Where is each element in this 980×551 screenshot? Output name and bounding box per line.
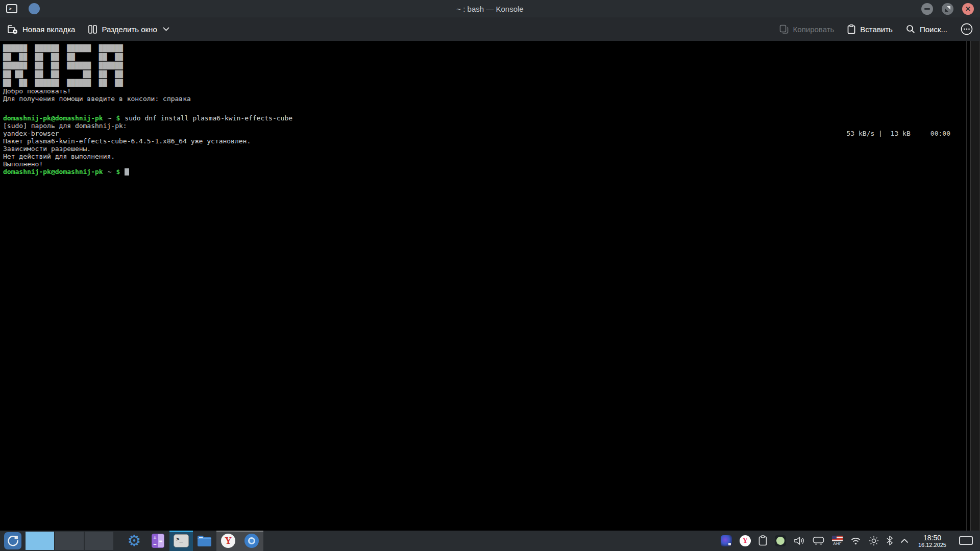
terminal-cursor: [125, 168, 129, 176]
maximize-icon: [944, 6, 951, 12]
show-desktop-button[interactable]: [959, 536, 973, 545]
window-titlebar[interactable]: >_ ~ : bash — Konsole ✕: [0, 0, 980, 17]
clipboard-icon[interactable]: [758, 535, 767, 546]
desktop-3[interactable]: [85, 532, 113, 550]
terminal-scrollbar[interactable]: [966, 41, 980, 531]
konsole-window-icon: >_: [6, 4, 17, 13]
us-flag-icon: [832, 536, 843, 541]
terminal-prompt-glyph: >_: [9, 7, 15, 11]
minimize-button[interactable]: [921, 3, 933, 15]
paste-button[interactable]: Вставить: [847, 24, 893, 34]
help-line: Для получения помощи введите в консоли: …: [3, 95, 980, 103]
app-launcher-button[interactable]: [4, 532, 21, 549]
digital-clock[interactable]: 18:50 16.12.2025: [918, 534, 946, 548]
minimize-icon: [924, 8, 930, 10]
clock-time: 18:50: [918, 534, 946, 542]
recording-indicator-icon[interactable]: [775, 535, 786, 546]
desktop-2[interactable]: [55, 532, 84, 550]
konsole-toolbar: Новая вкладка Разделить окно Копировать: [0, 17, 980, 41]
keyboard-layout-label: АНГ: [833, 542, 841, 546]
virtual-desktop-pager: [26, 532, 113, 550]
wifi-icon[interactable]: [850, 537, 861, 545]
prompt-symbol: $: [116, 114, 120, 122]
yandex-letter: Y: [743, 536, 748, 545]
gear-icon: ⚙: [128, 533, 141, 548]
new-tab-label: Новая вкладка: [22, 25, 75, 34]
taskbar-panel: ⚙ +− = >_ Y Y: [0, 531, 980, 551]
window-controls: ✕: [921, 3, 974, 15]
entered-command: sudo dnf install plasma6-kwin-effects-cu…: [125, 114, 292, 122]
copy-label: Копировать: [793, 25, 835, 34]
new-tab-button[interactable]: Новая вкладка: [7, 25, 75, 34]
scrollbar-handle[interactable]: [970, 41, 980, 531]
terminal-glyph: >_: [176, 536, 183, 542]
overflow-menu-button[interactable]: [961, 23, 973, 35]
folder-icon: [197, 535, 212, 547]
sudo-password-line: [sudo] пароль для domashnij-pk:: [3, 122, 980, 130]
output-line: Пакет plasma6-kwin-effects-cube-6.4.5-1.…: [3, 137, 980, 145]
search-button[interactable]: Поиск...: [906, 24, 947, 34]
blank-line: [3, 103, 980, 110]
calc-equals: =: [159, 538, 162, 544]
chevron-down-icon: [163, 27, 169, 31]
rosa-ascii-logo: ██████ ██████ ██████ ██████ ██ ██ ██ ██ …: [3, 44, 980, 87]
calc-plus: +: [153, 535, 156, 541]
prompt-path: ~: [108, 114, 112, 122]
repo-download-line: yandex-browser53 kB/s | 13 kB 00:00: [3, 130, 980, 137]
prompt-user: domashnij-pk@domashnij-pk: [3, 168, 103, 176]
clock-date: 16.12.2025: [918, 542, 946, 548]
bluetooth-icon[interactable]: [887, 536, 893, 545]
desktop: >_ ~ : bash — Konsole ✕ Новая вкладка: [0, 0, 980, 551]
repo-name: yandex-browser: [3, 130, 59, 137]
titlebar-blue-circle-icon: [29, 3, 40, 14]
welcome-line: Добро пожаловать!: [3, 87, 980, 95]
prompt-line: domashnij-pk@domashnij-pk~$sudo dnf inst…: [3, 114, 980, 122]
prompt-line-current: domashnij-pk@domashnij-pk~$: [3, 168, 980, 176]
file-manager-launcher[interactable]: [193, 531, 216, 551]
volume-icon[interactable]: [794, 536, 805, 545]
close-button[interactable]: ✕: [962, 3, 974, 15]
copy-button[interactable]: Копировать: [779, 24, 835, 34]
yandex-browser-icon: Y: [221, 534, 235, 548]
green-dot: [776, 537, 785, 545]
disk-device-icon[interactable]: [813, 536, 824, 545]
maximize-button[interactable]: [942, 3, 953, 15]
calc-minus: −: [153, 541, 156, 547]
tray-expand-chevron-up-icon[interactable]: [900, 538, 909, 543]
split-window-label: Разделить окно: [102, 25, 157, 34]
repo-stats: 53 kB/s | 13 kB 00:00: [847, 130, 951, 137]
copy-icon: [779, 24, 789, 34]
chromium-ring: [248, 537, 255, 544]
overflow-menu-icon: [961, 23, 973, 35]
window-title: ~ : bash — Konsole: [0, 5, 980, 13]
calculator-icon: +− =: [152, 534, 164, 548]
close-icon: ✕: [965, 6, 971, 12]
yandex-browser-task[interactable]: Y: [216, 531, 240, 551]
system-tray: Y АНГ: [721, 534, 976, 548]
prompt-user: domashnij-pk@domashnij-pk: [3, 114, 103, 122]
output-line: Выполнено!: [3, 160, 980, 168]
output-line: Нет действий для выполнения.: [3, 153, 980, 160]
split-window-icon: [88, 25, 97, 34]
paste-label: Вставить: [860, 25, 893, 34]
yandex-letter: Y: [225, 535, 232, 546]
search-label: Поиск...: [920, 25, 947, 34]
prompt-path: ~: [108, 168, 112, 176]
yandex-tray-icon[interactable]: Y: [740, 535, 751, 546]
prompt-symbol: $: [116, 168, 120, 176]
keyboard-layout-indicator[interactable]: АНГ: [832, 536, 843, 546]
desktop-1-active[interactable]: [26, 532, 54, 550]
terminal-area[interactable]: ██████ ██████ ██████ ██████ ██ ██ ██ ██ …: [0, 41, 980, 531]
system-settings-launcher[interactable]: ⚙: [122, 531, 146, 551]
search-icon: [906, 24, 915, 34]
split-window-button[interactable]: Разделить окно: [88, 25, 169, 34]
paste-icon: [847, 24, 855, 34]
terminal-icon: >_: [174, 534, 189, 547]
chromium-icon: [244, 534, 259, 548]
effects-app-tray-icon[interactable]: [721, 535, 732, 546]
chromium-task[interactable]: [240, 531, 263, 551]
rosa-menu-icon: [7, 535, 18, 546]
calculator-launcher[interactable]: +− =: [146, 531, 169, 551]
brightness-icon[interactable]: [869, 536, 879, 546]
konsole-task-active[interactable]: >_: [169, 531, 193, 551]
